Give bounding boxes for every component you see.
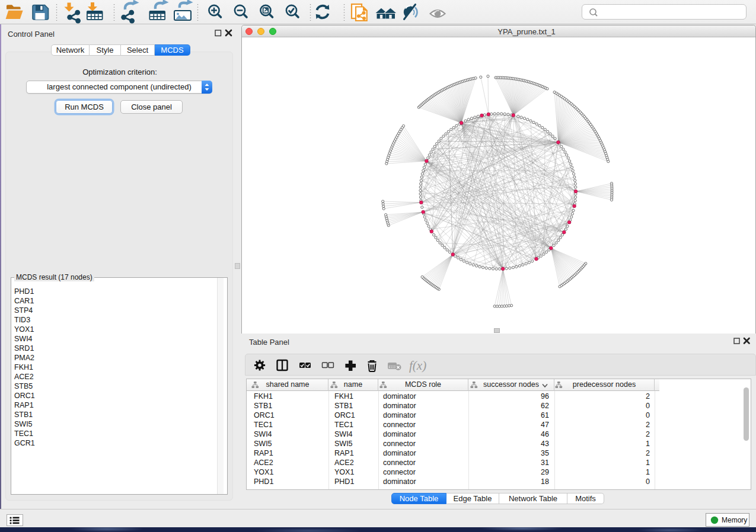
svg-text:f(x): f(x) [409,358,426,373]
